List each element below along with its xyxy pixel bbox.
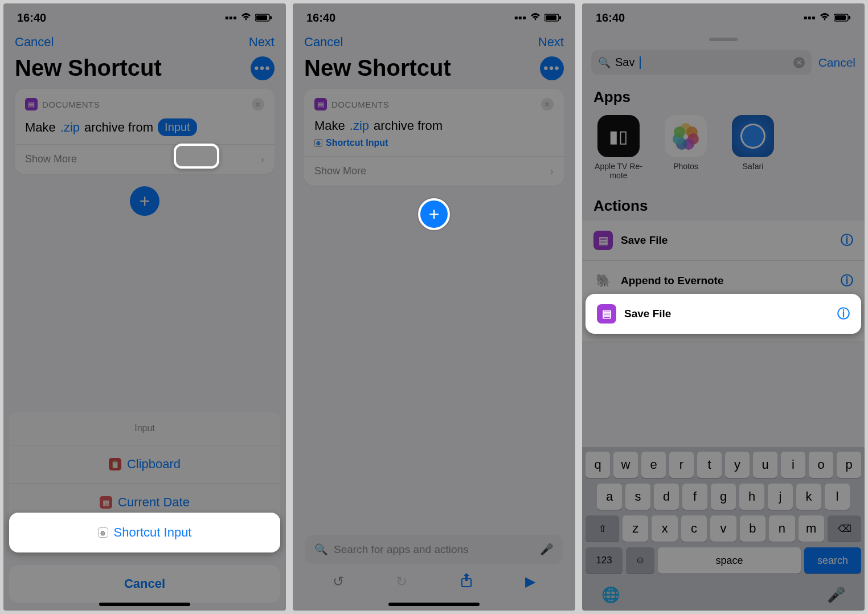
key-l[interactable]: l — [825, 484, 850, 510]
home-indicator[interactable] — [388, 603, 480, 606]
search-icon: 🔍 — [598, 56, 611, 69]
info-icon[interactable]: ⓘ — [841, 232, 853, 249]
key-c[interactable]: c — [681, 515, 707, 542]
status-icons: ▪▪▪ — [225, 11, 272, 24]
show-more-row[interactable]: Show More › — [15, 144, 275, 166]
key-m[interactable]: m — [799, 515, 824, 542]
app-apple-tv-remote[interactable]: ▮▯ Apple TV Re-mote — [595, 115, 642, 180]
globe-icon[interactable]: 🌐 — [601, 586, 620, 604]
key-v[interactable]: v — [710, 515, 736, 542]
card-close-icon[interactable]: ✕ — [541, 98, 554, 110]
key-j[interactable]: j — [768, 484, 793, 510]
key-a[interactable]: a — [597, 484, 622, 510]
key-t[interactable]: t — [697, 452, 722, 478]
next-button[interactable]: Next — [538, 35, 564, 50]
make-text: Make — [314, 118, 345, 133]
action-save-file[interactable]: ▤ Save File ⓘ — [582, 220, 865, 261]
key-k[interactable]: k — [796, 484, 821, 510]
more-button[interactable]: ••• — [540, 56, 564, 80]
zip-token[interactable]: .zip — [60, 120, 80, 135]
shortcut-input-label-hl: Shortcut Input — [114, 525, 192, 540]
key-backspace[interactable]: ⌫ — [828, 515, 861, 542]
clipboard-label: Clipboard — [127, 457, 181, 472]
mic-icon[interactable]: 🎤 — [827, 586, 845, 604]
undo-button[interactable]: ↺ — [333, 574, 344, 590]
search-input[interactable]: 🔍 Sav ✕ — [591, 50, 812, 75]
show-more-row[interactable]: Show More › — [304, 156, 564, 178]
documents-icon: ▤ — [25, 98, 38, 110]
key-d[interactable]: d — [654, 484, 679, 510]
archive-text: archive from — [84, 120, 153, 135]
key-f[interactable]: f — [682, 484, 707, 510]
app-safari[interactable]: Safari — [729, 115, 777, 180]
text-cursor — [640, 56, 641, 69]
wifi-icon — [819, 11, 830, 24]
append-evernote-label: Append to Evernote — [621, 275, 724, 287]
info-icon[interactable]: ⓘ — [841, 272, 853, 289]
key-y[interactable]: y — [725, 452, 750, 478]
clear-icon[interactable]: ✕ — [793, 57, 805, 68]
input-pill[interactable]: Input — [158, 118, 196, 136]
cancel-button[interactable]: Cancel — [15, 35, 54, 50]
mic-icon[interactable]: 🎤 — [540, 543, 554, 556]
save-file-label: Save File — [621, 234, 668, 247]
key-q[interactable]: q — [586, 452, 610, 478]
key-n[interactable]: n — [769, 515, 795, 542]
key-space[interactable]: space — [658, 547, 801, 574]
key-b[interactable]: b — [740, 515, 765, 542]
action-card[interactable]: ▤ DOCUMENTS ✕ Make .zip archive from ◍ S… — [304, 89, 564, 186]
search-placeholder: Search for apps and actions — [334, 543, 469, 556]
chevron-right-icon: › — [550, 165, 554, 178]
key-o[interactable]: o — [809, 452, 833, 478]
keyboard[interactable]: q w e r t y u i o p a s d f g h j k l ⇧ … — [582, 447, 865, 611]
key-h[interactable]: h — [739, 484, 764, 510]
sheet-grabber[interactable] — [709, 38, 738, 41]
svg-rect-2 — [270, 16, 272, 19]
page-title: New Shortcut — [304, 55, 451, 81]
add-action-button[interactable]: + — [130, 186, 159, 216]
key-p[interactable]: p — [837, 452, 861, 478]
app-photos[interactable]: Photos — [662, 115, 710, 180]
zip-token[interactable]: .zip — [350, 118, 369, 133]
cancel-button[interactable]: Cancel — [304, 35, 343, 50]
more-button[interactable]: ••• — [251, 56, 275, 80]
key-w[interactable]: w — [613, 452, 638, 478]
wifi-icon — [530, 11, 541, 24]
key-search[interactable]: search — [804, 547, 861, 574]
safari-icon — [732, 115, 774, 157]
key-123[interactable]: 123 — [586, 547, 623, 574]
share-button[interactable] — [460, 572, 473, 591]
key-i[interactable]: i — [781, 452, 805, 478]
screen-2: 16:40 ▪▪▪ Cancel Next New Shortcut ••• ▤… — [293, 3, 575, 611]
redo-button[interactable]: ↻ — [396, 574, 407, 590]
add-action-button[interactable]: + — [418, 198, 450, 230]
battery-icon — [834, 11, 851, 24]
status-time: 16:40 — [306, 11, 335, 24]
home-indicator[interactable] — [99, 603, 190, 606]
picker-cancel-button[interactable]: Cancel — [9, 565, 280, 603]
key-u[interactable]: u — [753, 452, 777, 478]
search-bar[interactable]: 🔍 Search for apps and actions 🎤 — [305, 535, 563, 564]
search-cancel-button[interactable]: Cancel — [818, 56, 855, 69]
status-bar: 16:40 ▪▪▪ — [3, 3, 286, 29]
key-e[interactable]: e — [641, 452, 666, 478]
key-emoji[interactable]: ☺ — [626, 547, 654, 574]
card-body: Make .zip archive from — [314, 110, 554, 133]
signal-icon: ▪▪▪ — [225, 11, 237, 24]
key-z[interactable]: z — [623, 515, 648, 542]
key-shift[interactable]: ⇧ — [586, 515, 619, 542]
highlight-save-file: ▤ Save File ⓘ — [586, 294, 861, 334]
play-button[interactable]: ▶ — [525, 574, 535, 590]
picker-clipboard[interactable]: 📋 Clipboard — [9, 445, 280, 483]
key-g[interactable]: g — [711, 484, 736, 510]
action-card[interactable]: ▤ DOCUMENTS ✕ Make .zip archive from Inp… — [15, 89, 275, 174]
status-time: 16:40 — [596, 11, 625, 24]
next-button[interactable]: Next — [249, 35, 275, 50]
key-x[interactable]: x — [652, 515, 677, 542]
svg-point-18 — [742, 125, 764, 147]
card-close-icon[interactable]: ✕ — [252, 98, 264, 110]
key-s[interactable]: s — [625, 484, 650, 510]
make-text: Make — [25, 120, 56, 135]
key-r[interactable]: r — [669, 452, 694, 478]
shortcut-input-token[interactable]: ◍ Shortcut Input — [314, 133, 554, 148]
